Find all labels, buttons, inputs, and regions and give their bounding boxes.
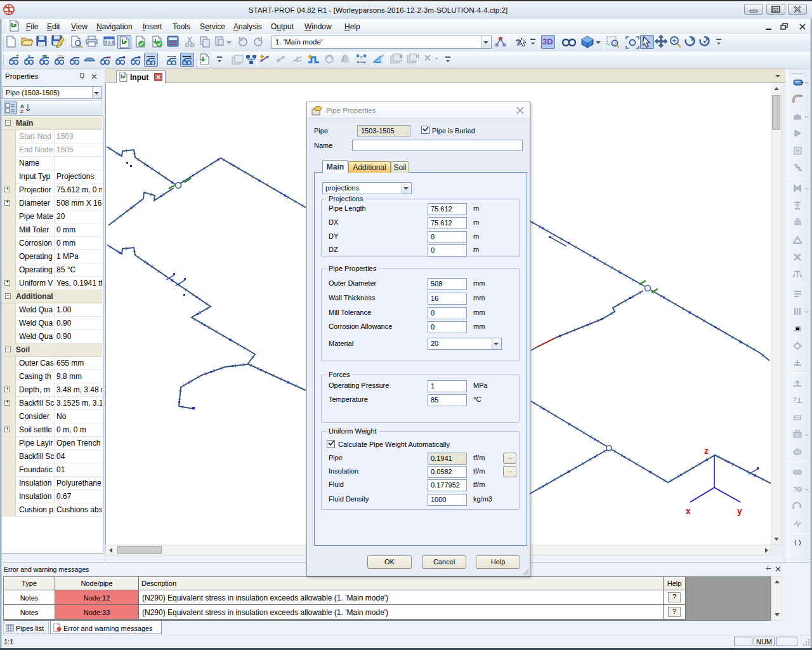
svg-text:z: z: [704, 446, 709, 456]
svg-text:Z: Z: [20, 109, 23, 113]
svg-text:y: y: [737, 506, 742, 516]
svg-text:?: ?: [793, 486, 797, 493]
svg-text:x: x: [686, 506, 691, 516]
svg-text:10: 10: [107, 55, 111, 59]
svg-text:|O|: |O|: [58, 55, 63, 60]
svg-text:?: ?: [793, 397, 797, 404]
svg-text:a: a: [138, 54, 141, 60]
svg-text:?: ?: [360, 55, 363, 60]
svg-text:?: ?: [381, 53, 384, 59]
svg-text:a: a: [122, 54, 126, 60]
